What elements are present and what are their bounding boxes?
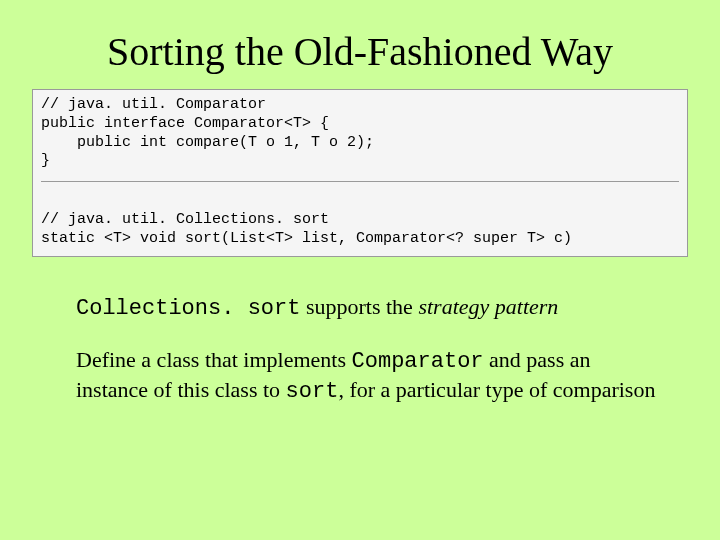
code-line: public interface Comparator<T> { xyxy=(41,115,329,132)
inline-code: Comparator xyxy=(352,349,484,374)
code-line: } xyxy=(41,152,50,169)
inline-code: Collections. sort xyxy=(76,296,300,321)
code-line: public int compare(T o 1, T o 2); xyxy=(41,134,374,151)
text: , for a particular type of comparison xyxy=(338,377,655,402)
inline-code: sort xyxy=(286,379,339,404)
code-divider xyxy=(41,181,679,182)
text: Define a class that implements xyxy=(76,347,352,372)
emphasis: strategy pattern xyxy=(418,294,558,319)
text: supports the xyxy=(300,294,418,319)
code-line: // java. util. Comparator xyxy=(41,96,266,113)
paragraph-2: Define a class that implements Comparato… xyxy=(76,346,656,407)
paragraph-1: Collections. sort supports the strategy … xyxy=(76,293,656,324)
body-text: Collections. sort supports the strategy … xyxy=(76,293,656,407)
code-line: // java. util. Collections. sort xyxy=(41,211,329,228)
slide-title: Sorting the Old-Fashioned Way xyxy=(32,28,688,75)
code-line: static <T> void sort(List<T> list, Compa… xyxy=(41,230,572,247)
code-block: // java. util. Comparator public interfa… xyxy=(32,89,688,257)
